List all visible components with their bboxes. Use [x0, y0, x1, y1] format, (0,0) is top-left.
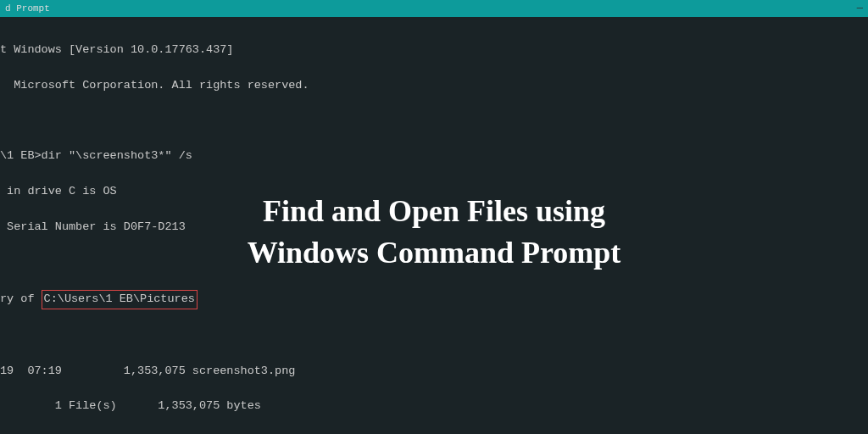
terminal-line: [0, 113, 868, 131]
terminal-line: [0, 327, 868, 345]
terminal-line: 19 07:19 1,353,075 screenshot3.png: [0, 363, 868, 381]
terminal-line: Microsoft Corporation. All rights reserv…: [0, 77, 868, 95]
minimize-icon[interactable]: —: [857, 3, 863, 14]
window-titlebar: d Prompt —: [0, 0, 868, 17]
overlay-line-2: Windows Command Prompt: [0, 232, 868, 274]
window-title: d Prompt: [5, 3, 50, 14]
overlay-line-1: Find and Open Files using: [0, 191, 868, 232]
overlay-heading: Find and Open Files using Windows Comman…: [0, 191, 868, 273]
terminal-line: 1 File(s) 1,353,075 bytes: [0, 398, 868, 415]
window-controls: —: [857, 3, 863, 14]
terminal-line: \1 EB>dir "\screenshot3*" /s: [0, 147, 868, 165]
terminal-line: ry of C:\Users\1 EB\Pictures: [0, 290, 868, 309]
prompt-path: \1 EB>: [0, 149, 42, 162]
command-text: dir "\screenshot3*" /s: [42, 149, 192, 162]
terminal-line: t Windows [Version 10.0.17763.437]: [0, 42, 868, 59]
highlighted-path: C:\Users\1 EB\Pictures: [42, 290, 198, 309]
directory-prefix: ry of: [0, 292, 42, 305]
